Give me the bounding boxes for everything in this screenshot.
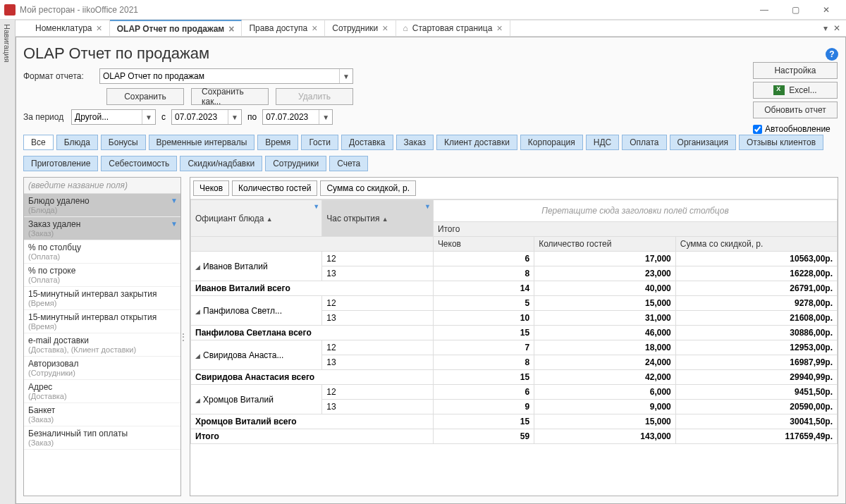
tag-Блюда[interactable]: Блюда <box>56 135 98 150</box>
field-item[interactable]: % по столбцу(Оплата) <box>24 240 180 264</box>
tag-Скидки/надбавки[interactable]: Скидки/надбавки <box>180 156 262 171</box>
field-name: Адрес <box>28 382 176 392</box>
field-category: (Заказ) <box>28 438 176 447</box>
tag-Время[interactable]: Время <box>257 135 298 150</box>
refresh-button[interactable]: Обновить отчет <box>753 102 838 118</box>
subtotal-row: Свиридова Анастасия всего1542,00029940,9… <box>191 370 838 385</box>
table-row[interactable]: ◢Хромцов Виталий1266,0009451,50р. <box>191 385 838 400</box>
format-select[interactable]: OLAP Отчет по продажам ▼ <box>99 68 353 84</box>
value-chip[interactable]: Сумма со скидкой, р. <box>320 180 416 196</box>
field-item[interactable]: Безналичный тип оплаты(Заказ) <box>24 426 180 450</box>
field-name: % по строке <box>28 266 176 276</box>
save-as-button[interactable]: Сохранить как... <box>191 88 269 105</box>
field-item[interactable]: Блюдо удалено(Блюда)▼ <box>24 194 180 217</box>
filter-icon[interactable]: ▼ <box>424 203 431 210</box>
field-item[interactable]: Авторизовал(Сотрудники) <box>24 357 180 380</box>
tab-4[interactable]: ⌂Стартовая страница× <box>396 20 510 36</box>
tab-3[interactable]: Сотрудники× <box>325 20 396 36</box>
hour-cell: 13 <box>322 400 434 414</box>
tag-Отзывы клиентов[interactable]: Отзывы клиентов <box>739 135 823 150</box>
col-hour[interactable]: Час открытия ▲▼ <box>322 200 434 237</box>
tag-Себестоимость[interactable]: Себестоимость <box>101 156 177 171</box>
splitter[interactable]: ⋮ <box>181 177 185 496</box>
column-drop-zone[interactable]: Перетащите сюда заголовки полей столбцов <box>433 200 837 222</box>
maximize-button[interactable]: ▢ <box>780 0 811 20</box>
collapse-icon[interactable]: ◢ <box>195 264 200 271</box>
period-select[interactable]: Другой... ▼ <box>71 109 156 125</box>
tag-Организация[interactable]: Организация <box>670 135 736 150</box>
sum-cell: 20590,00р. <box>675 400 837 414</box>
close-icon[interactable]: × <box>382 23 388 33</box>
collapse-icon[interactable]: ◢ <box>195 352 200 359</box>
field-list[interactable]: (введите название поля) Блюдо удалено(Бл… <box>23 177 181 496</box>
guests-cell: 9,000 <box>534 400 676 414</box>
field-item[interactable]: Банкет(Заказ) <box>24 403 180 426</box>
field-search[interactable]: (введите название поля) <box>24 178 180 194</box>
checks-cell: 8 <box>433 355 534 370</box>
tag-Корпорация[interactable]: Корпорация <box>520 135 583 150</box>
delete-button[interactable]: Удалить <box>276 88 353 105</box>
excel-button[interactable]: Excel... <box>753 82 838 99</box>
tag-НДС[interactable]: НДС <box>586 135 619 150</box>
close-button[interactable]: ✕ <box>811 0 842 20</box>
minimize-button[interactable]: — <box>749 0 780 20</box>
subtotal-row: Хромцов Виталий всего1515,00030041,50р. <box>191 414 838 429</box>
field-item[interactable]: e-mail доставки(Доставка), (Клиент доста… <box>24 333 180 357</box>
close-icon[interactable]: × <box>312 23 317 33</box>
tag-Заказ[interactable]: Заказ <box>396 135 434 150</box>
table-row[interactable]: ◢Иванов Виталий12617,00010563,00р. <box>191 252 838 266</box>
col-sum[interactable]: Сумма со скидкой, р. <box>675 237 837 252</box>
field-name: Банкет <box>28 405 176 415</box>
collapse-icon[interactable]: ◢ <box>195 308 200 315</box>
field-item[interactable]: Адрес(Доставка) <box>24 380 180 403</box>
field-item[interactable]: 15-минутный интервал открытия(Время) <box>24 310 180 333</box>
table-row[interactable]: ◢Свиридова Анаста...12718,00012953,00р. <box>191 340 838 355</box>
col-guests[interactable]: Количество гостей <box>534 237 676 252</box>
chevron-down-icon: ▼ <box>339 69 350 83</box>
filter-icon[interactable]: ▼ <box>313 203 319 210</box>
help-icon[interactable]: ? <box>826 48 838 61</box>
col-waiter[interactable]: Официант блюда ▲▼ <box>191 200 322 237</box>
close-icon[interactable]: × <box>228 24 234 34</box>
nav-rail[interactable]: Навигация <box>0 20 16 504</box>
field-item[interactable]: Заказ удален(Заказ)▼ <box>24 217 180 240</box>
field-item[interactable]: % по строке(Оплата) <box>24 264 180 287</box>
nav-rail-label: Навигация <box>0 20 11 62</box>
col-checks[interactable]: Чеков <box>433 237 534 252</box>
save-button[interactable]: Сохранить <box>106 88 184 105</box>
tab-1[interactable]: OLAP Отчет по продажам× <box>110 20 243 36</box>
value-chip[interactable]: Чеков <box>193 180 229 196</box>
close-icon[interactable]: × <box>496 23 502 33</box>
autorefresh-checkbox[interactable]: Автообновление <box>753 124 838 134</box>
tag-Временные интервалы[interactable]: Временные интервалы <box>149 135 255 150</box>
field-item[interactable]: 15-минутный интервал закрытия(Время) <box>24 287 180 310</box>
pin-icon: ▼ <box>171 197 178 204</box>
collapse-icon[interactable]: ◢ <box>195 397 200 404</box>
tag-Счета[interactable]: Счета <box>329 156 368 171</box>
tabstrip-menu-icon[interactable]: ▾ <box>823 23 828 33</box>
field-category: (Оплата) <box>28 252 176 261</box>
field-category: (Сотрудники) <box>28 369 176 377</box>
tag-Оплата[interactable]: Оплата <box>622 135 666 150</box>
tag-Бонусы[interactable]: Бонусы <box>101 135 146 150</box>
autorefresh-input[interactable] <box>753 125 762 134</box>
settings-button[interactable]: Настройка <box>753 62 838 79</box>
tag-Все[interactable]: Все <box>23 135 54 150</box>
date-from[interactable]: 07.07.2023 ▼ <box>171 109 242 125</box>
grand-total-row: Итого59143,000117659,49р. <box>191 429 838 444</box>
table-row[interactable]: ◢Панфилова Светл...12515,0009278,00р. <box>191 296 838 311</box>
tag-Доставка[interactable]: Доставка <box>341 135 393 150</box>
tag-Гости[interactable]: Гости <box>301 135 338 150</box>
tag-Приготовление[interactable]: Приготовление <box>23 156 98 171</box>
tab-2[interactable]: Права доступа× <box>242 20 325 36</box>
col-total-group: Итого <box>433 222 837 237</box>
tag-Сотрудники[interactable]: Сотрудники <box>265 156 326 171</box>
guests-cell: 31,000 <box>534 311 676 326</box>
field-name: Заказ удален <box>28 219 176 229</box>
date-to[interactable]: 07.07.2023 ▼ <box>262 109 333 125</box>
tag-Клиент доставки[interactable]: Клиент доставки <box>436 135 517 150</box>
tabstrip-close-icon[interactable]: ✕ <box>833 23 840 33</box>
close-icon[interactable]: × <box>97 23 102 33</box>
value-chip[interactable]: Количество гостей <box>232 180 317 196</box>
tab-0[interactable]: Номенклатура× <box>28 20 110 36</box>
